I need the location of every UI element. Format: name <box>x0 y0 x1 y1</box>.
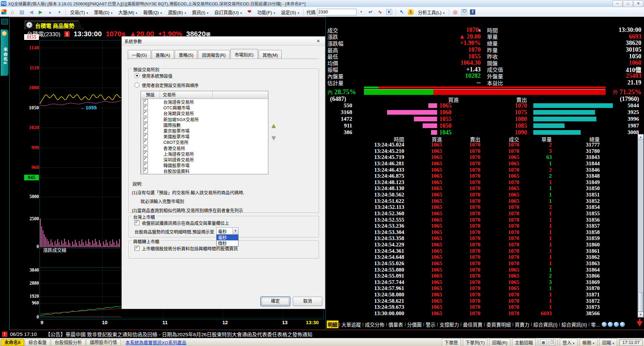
checkbox-checked-icon[interactable] <box>143 111 148 116</box>
menu-4[interactable]: 報價(Q)▼ <box>140 8 165 16</box>
detail-nav-icon-3[interactable]: › <box>614 322 619 327</box>
combo-dropdown-icon[interactable]: ▼ <box>232 228 238 234</box>
detail-tab-5[interactable]: 分價圖 <box>406 321 423 328</box>
order-button-3[interactable]: 回報(R) <box>489 338 510 346</box>
enter-icon[interactable] <box>367 8 374 16</box>
checkbox-checked-icon[interactable] <box>143 146 148 151</box>
bidask-row[interactable]: 386104510903008 <box>327 129 641 136</box>
time-precision-combo[interactable]: 毫秒 ▼ <box>216 227 238 235</box>
order-dollar-icon[interactable]: $ <box>408 9 414 15</box>
detail-tab-1[interactable]: 明細 <box>327 321 338 328</box>
exchange-row[interactable]: 美國股票市場 <box>141 133 268 139</box>
jump-to-latest-icon[interactable] <box>637 319 643 327</box>
bottom-tab-3[interactable]: 台股個股分析 <box>51 339 86 346</box>
menu-9[interactable]: 設定(S)▼ <box>278 8 302 16</box>
checkbox-checked-icon[interactable] <box>143 105 148 110</box>
account-icon[interactable] <box>461 9 467 15</box>
bidask-row[interactable]: 1472105510803996 <box>327 116 641 122</box>
analysis-tools-menu[interactable]: 分析工具(L)▼ <box>415 8 447 16</box>
page-list-icon[interactable] <box>18 8 25 16</box>
exchange-row[interactable]: 上海證券交易所 <box>141 151 268 157</box>
detail-tab-9[interactable]: 委買賣明細 <box>485 321 512 328</box>
detail-nav-icon-4[interactable]: » <box>620 322 625 327</box>
dialog-close-icon[interactable]: ✕ <box>314 38 323 45</box>
detail-nav-icon-1[interactable]: « <box>602 322 607 327</box>
detail-tab-6[interactable]: 警示 <box>425 321 436 328</box>
detail-tab-7[interactable]: 支撐壓力 <box>438 321 460 328</box>
checkbox-checked-icon[interactable] <box>143 134 148 139</box>
checkbox-checked-icon[interactable] <box>143 163 148 168</box>
combo-option-2[interactable]: 微秒 <box>217 240 238 246</box>
menu-6[interactable]: 資訊(I)▼ <box>189 8 211 16</box>
symbol-code-input[interactable] <box>317 9 357 15</box>
maximize-button[interactable]: □ <box>623 0 633 7</box>
tape-table[interactable]: 13:24:45.02410651070107023177713:24:45.2… <box>327 142 641 317</box>
menu-2[interactable]: 策略(D)▼ <box>91 8 115 16</box>
exchange-row[interactable]: 香港交易所 <box>141 145 268 151</box>
bottom-tab-2[interactable]: 綜合看盤 <box>25 339 50 346</box>
system-notice-link[interactable]: 本系統為嘉實資訊XQ系列產品 <box>125 339 186 346</box>
target-icon[interactable] <box>451 8 459 16</box>
menu-5[interactable]: 選股(B)▼ <box>165 8 189 16</box>
workspace-grid-icon[interactable] <box>1 9 6 14</box>
order-button-4[interactable]: 主動回報 <box>512 338 536 346</box>
dialog-tab-4[interactable]: 回測報告(R) <box>198 50 229 59</box>
order-button-1[interactable]: 下單匣 <box>442 338 461 346</box>
order-button-2[interactable]: 下單列(T) <box>463 338 488 346</box>
collapse-up-icon[interactable] <box>46 8 54 16</box>
checkbox-checked-icon[interactable] <box>143 139 148 145</box>
bidask-row[interactable]: 911105010851987 <box>327 122 641 129</box>
menu-1[interactable]: 交易(T)▼ <box>67 8 91 16</box>
sidebar-page-tab[interactable]: 未命名8 <box>1 30 8 76</box>
minimize-button[interactable]: ─ <box>612 0 623 7</box>
forward-icon[interactable] <box>37 8 44 16</box>
dialog-tab-2[interactable]: 進階(A) <box>152 50 174 59</box>
detail-nav-icon-2[interactable]: ‹ <box>608 322 613 327</box>
menu-3[interactable]: 大盤(M)▼ <box>115 8 140 16</box>
checkbox-checked-icon[interactable] <box>143 157 148 162</box>
news-ticker[interactable]: ! 06/25 17:10 【公告】華晨中國 致非登記股東之通知信函及回條 - … <box>0 330 644 338</box>
tape-scrollbar[interactable]: ▲ ▼ <box>638 134 644 318</box>
detail-tab-13[interactable]: 零... <box>590 321 601 328</box>
dialog-tab-5[interactable]: 市場別(E) <box>230 49 258 59</box>
home-icon[interactable] <box>9 8 16 16</box>
session-button-3[interactable]: 回報 ▼ <box>599 338 617 346</box>
ok-button[interactable]: 確定 <box>261 297 290 306</box>
dialog-title-bar[interactable]: 系統參數 <box>122 37 325 46</box>
bottom-tab-1[interactable]: 未命名8 <box>1 339 24 346</box>
exchange-row[interactable]: OTC興櫃市場 <box>141 105 268 110</box>
exchange-row[interactable]: 台灣期貨交易所 <box>141 110 268 116</box>
exchange-row[interactable]: 韓國股票市場 <box>141 162 268 168</box>
window-icon[interactable]: ❒ <box>549 339 555 346</box>
detail-tab-12[interactable]: 綜合資訊(II) <box>560 321 588 328</box>
checkbox-checked-icon[interactable] <box>143 117 148 122</box>
bidask-row[interactable]: 3168106010753925 <box>327 109 641 116</box>
move-up-icon[interactable]: ▲ <box>270 122 277 129</box>
dialog-tab-6[interactable]: 其他(M) <box>259 50 282 59</box>
bidask-ladder[interactable]: 5501065107050443168106010753925147210551… <box>327 102 641 136</box>
checkbox-checked-icon[interactable] <box>143 128 148 133</box>
exchange-row[interactable]: 深圳證券交易所 <box>141 157 268 162</box>
checkbox-checked-icon[interactable] <box>143 168 148 173</box>
detail-tab-4[interactable]: 價量表 <box>387 321 404 328</box>
code-dropdown-icon[interactable]: ▼ <box>358 8 365 16</box>
checkbox-pre-close-trial[interactable]: 收盤前試撮資訊揭示在商品成交與單量欄位上 <box>135 220 229 226</box>
exchange-row[interactable]: 台股加值資料 <box>141 168 268 174</box>
facebook-icon[interactable]: f <box>470 9 475 15</box>
calendar-grid-icon[interactable]: ▦ <box>540 339 547 346</box>
exchange-table[interactable]: 預設 交易所 台灣證券交易所OTC興櫃市場台灣期貨交易所新加坡SGX交易所國際指… <box>141 91 268 174</box>
checkbox-checked-icon[interactable] <box>143 151 148 156</box>
back-icon[interactable] <box>28 8 35 16</box>
exchange-row[interactable]: 東京股票市場 <box>141 128 268 133</box>
detail-tab-2[interactable]: 大單追蹤 <box>340 321 362 328</box>
cancel-button[interactable]: 取消 <box>293 297 322 306</box>
exchange-row[interactable]: 國際指數 <box>141 122 268 128</box>
checkbox-checked-icon[interactable] <box>143 99 148 104</box>
move-down-icon[interactable]: ▼ <box>270 134 277 142</box>
combo-option-1[interactable]: 毫秒 <box>217 235 238 240</box>
menu-8[interactable]: 功能(F)▼ <box>254 8 278 16</box>
favorite-icon[interactable] <box>246 8 253 16</box>
exchange-row[interactable]: CBOT交易所 <box>141 139 268 145</box>
exchange-row[interactable]: 台灣證券交易所 <box>141 99 268 105</box>
detail-tab-10[interactable]: 買賣力 <box>514 321 531 328</box>
